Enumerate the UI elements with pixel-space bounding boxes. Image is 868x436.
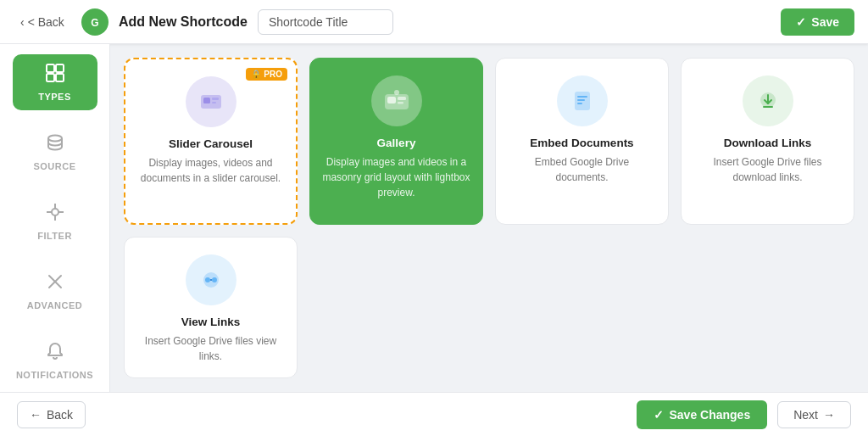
svg-rect-26	[577, 103, 582, 104]
sidebar-item-source[interactable]: SOURCE	[13, 124, 97, 180]
svg-rect-5	[56, 74, 64, 81]
save-changes-check-icon: ✓	[654, 408, 664, 422]
svg-point-7	[52, 209, 58, 215]
page-title: Add New Shortcode	[119, 14, 248, 30]
sidebar-item-filter[interactable]: FILTER	[13, 193, 97, 249]
back-arrow-icon: ‹	[20, 15, 25, 29]
sidebar-item-notifications[interactable]: NOTIFICATIONS	[13, 333, 97, 388]
types-icon	[45, 63, 65, 88]
next-label: Next	[793, 408, 818, 422]
filter-icon	[45, 202, 65, 227]
advanced-icon	[45, 271, 65, 297]
sidebar-types-label: TYPES	[38, 92, 71, 102]
pro-label: PRO	[264, 70, 282, 79]
back-label: < Back	[28, 15, 64, 29]
download-links-title: Download Links	[724, 137, 812, 149]
svg-point-31	[205, 277, 210, 282]
svg-point-6	[48, 136, 62, 142]
save-changes-button[interactable]: ✓ Save Changes	[637, 400, 767, 429]
footer: ← Back ✓ Save Changes Next →	[0, 392, 868, 436]
content-area: 🔒 PRO Slider Carousel Display images, vi…	[110, 44, 868, 392]
card-view-links[interactable]: View Links Insert Google Drive files vie…	[124, 237, 298, 378]
svg-rect-19	[387, 97, 396, 103]
embed-documents-title: Embed Documents	[530, 137, 633, 149]
svg-rect-4	[47, 74, 54, 81]
svg-rect-2	[47, 64, 54, 72]
gallery-icon-wrap	[371, 75, 422, 126]
download-links-desc: Insert Google Drive files download links…	[693, 154, 842, 185]
embed-documents-desc: Embed Google Drive documents.	[508, 154, 656, 185]
svg-rect-25	[577, 99, 585, 101]
download-links-icon-wrap	[743, 75, 793, 126]
cards-first-row: 🔒 PRO Slider Carousel Display images, vi…	[124, 58, 854, 225]
svg-point-32	[212, 277, 217, 282]
slider-carousel-desc: Display images, videos and documents in …	[137, 155, 284, 186]
card-slider-carousel[interactable]: 🔒 PRO Slider Carousel Display images, vi…	[124, 58, 298, 225]
source-icon	[45, 132, 65, 158]
save-label: Save	[811, 15, 839, 29]
gallery-title: Gallery	[377, 137, 416, 149]
embed-documents-icon-wrap	[557, 75, 608, 126]
svg-rect-20	[398, 97, 406, 100]
sidebar-advanced-label: ADVANCED	[27, 300, 83, 310]
slider-carousel-title: Slider Carousel	[169, 137, 253, 150]
view-links-icon-wrap	[186, 254, 236, 305]
header: ‹ < Back G Add New Shortcode ✓ Save	[0, 0, 868, 44]
check-icon: ✓	[796, 15, 806, 29]
footer-back-label: Back	[47, 408, 73, 422]
svg-point-22	[394, 90, 399, 95]
notifications-icon	[45, 341, 65, 366]
card-download-links[interactable]: Download Links Insert Google Drive files…	[681, 58, 854, 225]
sidebar-item-advanced[interactable]: ADVANCED	[13, 263, 97, 319]
lock-icon: 🔒	[251, 70, 261, 79]
card-gallery[interactable]: Gallery Display images and videos in a m…	[309, 58, 483, 225]
svg-text:G: G	[91, 17, 98, 29]
card-embed-documents[interactable]: Embed Documents Embed Google Drive docum…	[495, 58, 669, 225]
next-arrow-icon: →	[823, 408, 835, 422]
footer-back-button[interactable]: ← Back	[17, 401, 86, 428]
app-logo: G	[81, 8, 108, 36]
footer-back-arrow-icon: ←	[30, 408, 42, 422]
save-button[interactable]: ✓ Save	[781, 8, 854, 36]
save-changes-label: Save Changes	[669, 408, 750, 422]
view-links-desc: Insert Google Drive files view links.	[136, 333, 285, 364]
shortcode-title-input[interactable]	[258, 9, 393, 35]
svg-rect-15	[203, 98, 210, 103]
sidebar: TYPES SOURCE	[0, 44, 110, 392]
svg-rect-17	[212, 102, 216, 103]
cards-second-row: View Links Insert Google Drive files vie…	[124, 237, 854, 378]
gallery-desc: Display images and videos in a masonry g…	[322, 154, 470, 200]
next-button[interactable]: Next →	[777, 401, 851, 428]
sidebar-item-types[interactable]: TYPES	[13, 54, 97, 110]
svg-rect-16	[212, 98, 219, 100]
svg-rect-24	[577, 96, 587, 98]
slider-carousel-icon-wrap	[186, 76, 236, 127]
svg-rect-3	[56, 64, 64, 72]
svg-rect-21	[398, 102, 403, 104]
back-button[interactable]: ‹ < Back	[14, 12, 71, 32]
sidebar-notifications-label: NOTIFICATIONS	[16, 370, 93, 380]
sidebar-filter-label: FILTER	[37, 231, 72, 241]
sidebar-source-label: SOURCE	[33, 161, 75, 171]
main-layout: TYPES SOURCE	[0, 44, 868, 392]
view-links-title: View Links	[181, 316, 241, 328]
pro-badge: 🔒 PRO	[246, 68, 287, 81]
